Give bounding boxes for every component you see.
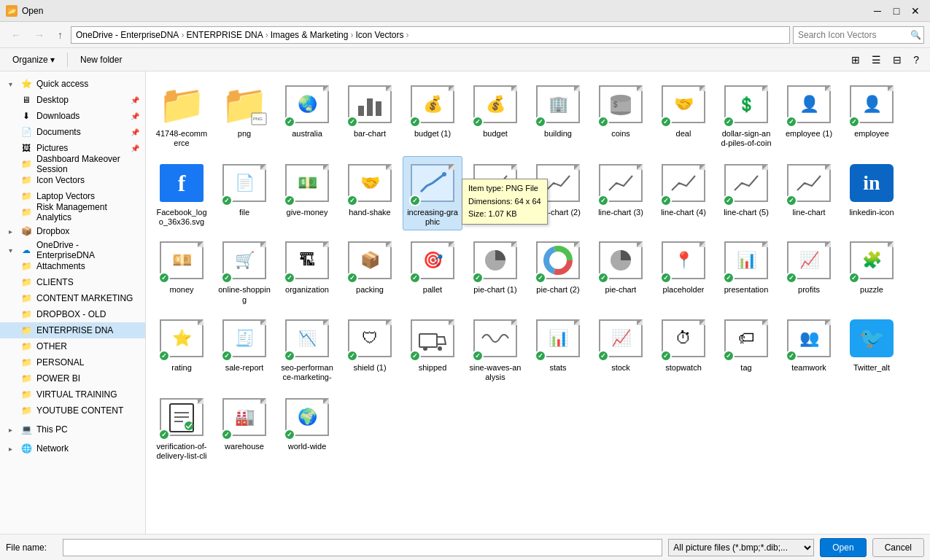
organize-button[interactable]: Organize ▾ — [6, 52, 61, 67]
file-item-deal[interactable]: 🤝 deal — [654, 77, 713, 153]
file-item-money[interactable]: 💴 money — [152, 233, 212, 308]
file-icon: 🏗 — [284, 237, 330, 284]
sidebar-item-desktop[interactable]: 🖥 Desktop 📌 — [0, 92, 145, 108]
sidebar-item-other[interactable]: 📁 OTHER — [0, 338, 145, 354]
file-item-onlineshopping[interactable]: 🛒 online-shopping — [214, 233, 274, 308]
maximize-button[interactable]: □ — [888, 3, 905, 19]
sidebar-item-dropboxold[interactable]: 📁 DROPBOX - OLD — [0, 306, 145, 322]
sidebar-item-riskmanagement[interactable]: 📁 Risk Management Analytics — [0, 204, 145, 220]
file-item-rating[interactable]: ⭐ rating — [152, 311, 212, 387]
file-item-shield1[interactable]: 🛡 shield (1) — [340, 311, 400, 387]
file-item-pallet[interactable]: 🎯 pallet — [403, 233, 462, 308]
sidebar-item-network[interactable]: ▸ 🌐 Network — [0, 440, 145, 456]
file-item-increasinggraphic[interactable]: increasing-graphic Item type: PNG File D… — [403, 156, 462, 230]
forward-button[interactable]: → — [29, 26, 50, 44]
file-item-piechart2[interactable]: pie-chart (2) — [528, 233, 588, 308]
file-item-stock[interactable]: 📈 stock — [591, 311, 651, 387]
file-item-givemoney[interactable]: 💵 give-money — [277, 156, 337, 230]
file-item-salereport[interactable]: 🧾 sale-report — [214, 311, 274, 387]
file-item-barchart[interactable]: bar-chart — [340, 77, 400, 153]
search-input[interactable] — [798, 30, 907, 40]
file-name: pie-chart (2) — [536, 285, 579, 295]
file-icon — [535, 237, 581, 284]
sidebar-item-clients[interactable]: 📁 CLIENTS — [0, 274, 145, 290]
view-toggle-button[interactable]: ⊞ — [846, 52, 865, 68]
file-item-teamwork[interactable]: 👥 teamwork — [779, 311, 839, 387]
file-icon: 📈 — [786, 237, 832, 284]
file-item-profits[interactable]: 📈 profits — [779, 233, 839, 308]
sidebar-section-onedrive: ▾ ☁ OneDrive - EnterpriseDNA 📁 Attachmen… — [0, 242, 145, 419]
file-item-png[interactable]: 📁 PNG png — [214, 77, 274, 153]
sidebar-item-quickaccess[interactable]: ▾ ⭐ Quick access — [0, 76, 145, 92]
sidebar-item-youtubecontent[interactable]: 📁 YOUTUBE CONTENT — [0, 402, 145, 419]
sync-badge — [409, 195, 421, 206]
file-item-seo[interactable]: 📉 seo-performance-marketing-graphic — [277, 311, 337, 387]
file-item-linkedin[interactable]: in linkedin-icon — [842, 156, 902, 230]
file-item-tag[interactable]: 🏷 tag — [716, 311, 776, 387]
file-item-worldwide[interactable]: 🌍 world-wide — [277, 390, 337, 466]
file-item-linechart3[interactable]: line-chart (3) — [591, 156, 651, 230]
sidebar-item-documents[interactable]: 📄 Documents 📌 — [0, 124, 145, 140]
sidebar-item-downloads[interactable]: ⬇ Downloads 📌 — [0, 108, 145, 124]
file-item-file[interactable]: 📄 file — [214, 156, 274, 230]
file-item-coins[interactable]: $ coins — [591, 77, 651, 153]
sidebar-item-dashboard[interactable]: 📁 Dashboard Makeover Session — [0, 156, 145, 172]
file-item-41748ecommerce[interactable]: 📁 41748-ecommerce — [152, 77, 212, 153]
view-preview-button[interactable]: ⊟ — [888, 52, 907, 68]
sidebar-item-virtualtraining[interactable]: 📁 VIRTUAL TRAINING — [0, 386, 145, 402]
file-item-puzzle[interactable]: 🧩 puzzle — [842, 233, 902, 308]
file-item-employee1[interactable]: 👤 employee (1) — [779, 77, 839, 153]
file-name: shield (1) — [353, 363, 386, 373]
folder-icon: 📁 — [20, 405, 32, 416]
sidebar-item-iconvectors[interactable]: 📁 Icon Vectors — [0, 172, 145, 188]
file-item-sinewaves[interactable]: sine-waves-analysis — [465, 311, 525, 387]
sidebar-item-personal[interactable]: 📁 PERSONAL — [0, 354, 145, 370]
sidebar-item-enterprisedna[interactable]: 📁 ENTERPRISE DNA — [0, 322, 145, 338]
file-item-employee[interactable]: 👤 employee — [842, 77, 902, 153]
up-button[interactable]: ↑ — [53, 26, 68, 44]
sync-badge — [786, 272, 797, 284]
file-item-budget1[interactable]: 💰 budget (1) — [403, 77, 462, 153]
folder-icon: 📁 — [20, 341, 32, 352]
sidebar-item-thispc[interactable]: ▸ 💻 This PC — [0, 421, 145, 438]
file-item-placeholder[interactable]: 📍 placeholder — [654, 233, 713, 308]
help-button[interactable]: ? — [908, 52, 924, 68]
sidebar-item-attachments[interactable]: 📁 Attachments — [0, 258, 145, 274]
file-item-linechart[interactable]: line-chart — [779, 156, 839, 230]
breadcrumb[interactable]: OneDrive - EnterpriseDNA › ENTERPRISE DN… — [71, 26, 790, 44]
file-item-warehouse[interactable]: 🏭 warehouse — [214, 390, 274, 466]
file-item-stopwatch[interactable]: ⏱ stopwatch — [654, 311, 713, 387]
close-button[interactable]: ✕ — [907, 3, 924, 19]
file-item-organization[interactable]: 🏗 organization — [277, 233, 337, 308]
new-folder-button[interactable]: New folder — [74, 52, 128, 67]
file-item-shipped[interactable]: shipped — [403, 311, 462, 387]
sync-badge — [221, 350, 233, 362]
file-item-dollarsign[interactable]: 💲 dollar-sign-and-piles-of-coins — [716, 77, 776, 153]
file-item-linechart4[interactable]: line-chart (4) — [654, 156, 713, 230]
sidebar-item-dropbox[interactable]: ▸ 📦 Dropbox — [0, 223, 145, 239]
sidebar-item-contentmarketing[interactable]: 📁 CONTENT MARKETING — [0, 290, 145, 306]
file-item-handshake[interactable]: 🤝 hand-shake — [340, 156, 400, 230]
file-icon: $ — [597, 81, 644, 128]
file-item-linechart5[interactable]: line-chart (5) — [716, 156, 776, 230]
view-details-button[interactable]: ☰ — [867, 52, 886, 68]
folder-icon: 📁 — [20, 276, 32, 288]
network-icon: 🌐 — [20, 443, 32, 454]
file-item-twitter[interactable]: 🐦 Twitter_alt — [842, 311, 902, 387]
file-item-stats[interactable]: 📊 stats — [528, 311, 588, 387]
svg-point-16 — [423, 346, 427, 351]
sidebar-item-onedrive[interactable]: ▾ ☁ OneDrive - EnterpriseDNA — [0, 242, 145, 258]
file-item-packing[interactable]: 📦 packing — [340, 233, 400, 308]
back-button[interactable]: ← — [6, 26, 26, 44]
file-item-piechart1[interactable]: pie-chart (1) — [465, 233, 525, 308]
file-item-facebook[interactable]: f Facebook_logo_36x36.svg — [152, 156, 212, 230]
folder-icon: 📁 — [20, 158, 32, 170]
file-item-verification[interactable]: verification-of-delivery-list-clipboard-… — [152, 390, 212, 466]
file-item-australia[interactable]: 🌏 australia — [277, 77, 337, 153]
file-item-budget[interactable]: 💰 budget — [465, 77, 525, 153]
sidebar-item-powerbi[interactable]: 📁 POWER BI — [0, 370, 145, 386]
file-item-building[interactable]: 🏢 building — [528, 77, 588, 153]
minimize-button[interactable]: ─ — [869, 3, 886, 19]
file-item-presentation[interactable]: 📊 presentation — [716, 233, 776, 308]
file-item-piechart[interactable]: pie-chart — [591, 233, 651, 308]
